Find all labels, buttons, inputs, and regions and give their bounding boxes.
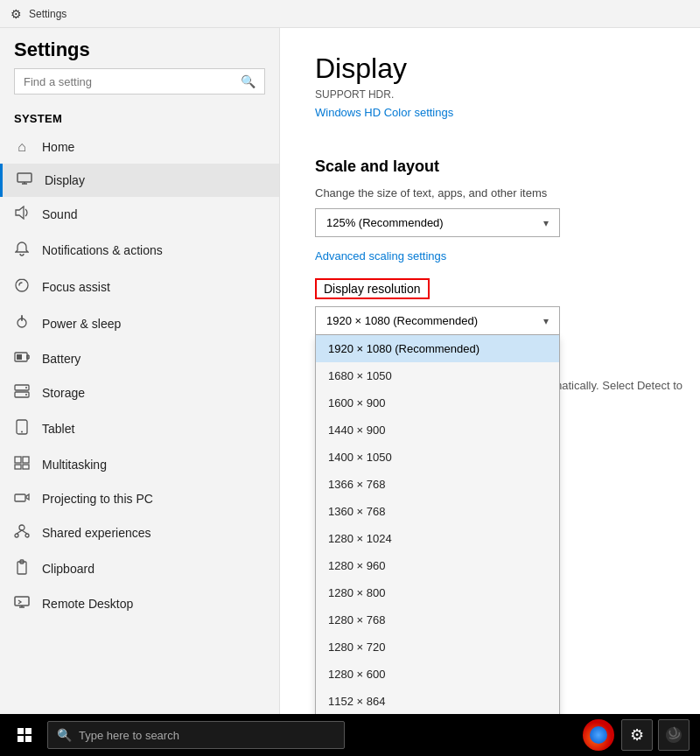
firefox-icon	[583, 719, 614, 751]
shared-icon	[14, 524, 30, 542]
sidebar-item-clipboard[interactable]: Clipboard	[0, 550, 279, 587]
start-button[interactable]	[4, 714, 46, 756]
svg-rect-21	[15, 494, 25, 501]
svg-rect-0	[18, 173, 32, 182]
sidebar-item-label-storage: Storage	[42, 386, 85, 400]
taskbar-firefox[interactable]	[581, 718, 616, 752]
sidebar: Settings 🔍 System ⌂ Home Display Sound	[0, 28, 280, 714]
sidebar-item-home[interactable]: ⌂ Home	[0, 130, 279, 164]
multitasking-icon	[14, 456, 30, 473]
sidebar-item-label-home: Home	[42, 140, 74, 154]
sidebar-item-label-tablet: Tablet	[42, 422, 74, 436]
notifications-icon	[14, 241, 30, 260]
resolution-option-10[interactable]: 1280 × 768	[316, 606, 559, 634]
sidebar-search-input[interactable]	[24, 75, 241, 88]
resolution-option-8[interactable]: 1280 × 960	[316, 552, 559, 579]
sidebar-item-label-projecting: Projecting to this PC	[42, 492, 153, 506]
right-overlay-text: matically. Select Detect to	[552, 378, 682, 394]
scale-desc: Change the size of text, apps, and other…	[315, 186, 665, 200]
resolution-option-9[interactable]: 1280 × 800	[316, 579, 559, 606]
taskbar-edge-icon[interactable]	[658, 719, 690, 751]
settings-window-icon: ⚙	[10, 7, 22, 21]
advanced-scaling-link[interactable]: Advanced scaling settings	[315, 249, 446, 262]
titlebar-title: Settings	[29, 8, 66, 20]
scale-dropdown[interactable]: 125% (Recommended) ▾	[315, 208, 560, 237]
sidebar-item-projecting[interactable]: Projecting to this PC	[0, 482, 279, 515]
resolution-option-5[interactable]: 1366 × 768	[316, 471, 559, 498]
resolution-label: Display resolution	[315, 278, 430, 299]
sidebar-item-multitasking[interactable]: Multitasking	[0, 447, 279, 482]
sidebar-item-label-focus: Focus assist	[42, 280, 110, 294]
sidebar-item-label-power: Power & sleep	[42, 317, 121, 331]
taskbar: 🔍 Type here to search ⚙	[0, 714, 700, 756]
titlebar: ⚙ Settings	[0, 0, 700, 28]
sidebar-item-label-battery: Battery	[42, 352, 80, 366]
resolution-option-2[interactable]: 1600 × 900	[316, 389, 559, 416]
resolution-dropdown-header[interactable]: 1920 × 1080 (Recommended) ▾	[315, 306, 560, 335]
resolution-dropdown-list: 1920 × 1080 (Recommended)1680 × 10501600…	[315, 335, 560, 714]
tablet-icon	[14, 419, 30, 438]
svg-point-13	[25, 387, 27, 388]
scale-value: 125% (Recommended)	[326, 216, 444, 229]
sidebar-item-notifications[interactable]: Notifications & actions	[0, 232, 279, 269]
sidebar-item-shared[interactable]: Shared experiences	[0, 515, 279, 550]
svg-rect-29	[15, 597, 29, 606]
svg-rect-17	[15, 457, 21, 463]
battery-icon	[14, 351, 30, 367]
svg-rect-35	[25, 736, 32, 742]
svg-rect-6	[17, 354, 22, 360]
sidebar-section-label: System	[0, 105, 279, 130]
svg-rect-18	[23, 457, 29, 463]
resolution-dropdown-arrow: ▾	[543, 315, 549, 327]
taskbar-search-box[interactable]: 🔍 Type here to search	[47, 721, 345, 749]
sidebar-search-box[interactable]: 🔍	[14, 68, 265, 94]
svg-rect-33	[25, 728, 32, 734]
remote-icon	[14, 596, 30, 612]
resolution-option-3[interactable]: 1440 × 900	[316, 416, 559, 444]
hdr-link[interactable]: Windows HD Color settings	[315, 106, 453, 119]
svg-line-25	[17, 530, 22, 534]
svg-point-23	[15, 534, 18, 537]
svg-rect-32	[18, 728, 24, 734]
resolution-option-0[interactable]: 1920 × 1080 (Recommended)	[316, 335, 559, 362]
sidebar-item-tablet[interactable]: Tablet	[0, 410, 279, 447]
sidebar-item-battery[interactable]: Battery	[0, 342, 279, 375]
svg-point-14	[25, 394, 27, 396]
storage-icon	[14, 384, 30, 402]
focus-icon	[14, 277, 30, 297]
scale-section-title: Scale and layout	[315, 158, 665, 176]
resolution-option-4[interactable]: 1400 × 1050	[316, 444, 559, 471]
sound-icon	[14, 206, 30, 223]
resolution-option-13[interactable]: 1152 × 864	[316, 688, 559, 714]
resolution-dropdown-wrapper[interactable]: 1920 × 1080 (Recommended) ▾ 1920 × 1080 …	[315, 306, 560, 335]
resolution-option-12[interactable]: 1280 × 600	[316, 661, 559, 688]
sidebar-item-focus[interactable]: Focus assist	[0, 269, 279, 305]
sidebar-item-display[interactable]: Display	[0, 164, 279, 197]
resolution-option-11[interactable]: 1280 × 720	[316, 634, 559, 661]
sidebar-item-storage[interactable]: Storage	[0, 375, 279, 410]
sidebar-item-label-display: Display	[45, 173, 85, 187]
projecting-icon	[14, 491, 30, 507]
sidebar-item-power[interactable]: Power & sleep	[0, 305, 279, 342]
sidebar-item-label-notifications: Notifications & actions	[42, 243, 163, 257]
sidebar-item-remote[interactable]: Remote Desktop	[0, 587, 279, 620]
sidebar-item-label-multitasking: Multitasking	[42, 458, 107, 472]
sidebar-item-sound[interactable]: Sound	[0, 197, 279, 232]
svg-line-26	[22, 530, 27, 534]
search-icon: 🔍	[241, 74, 256, 88]
resolution-option-1[interactable]: 1680 × 1050	[316, 362, 559, 389]
resolution-option-6[interactable]: 1360 × 768	[316, 498, 559, 525]
scale-dropdown-arrow: ▾	[543, 217, 549, 229]
clipboard-icon	[14, 559, 30, 578]
svg-rect-34	[18, 736, 24, 742]
sidebar-item-label-clipboard: Clipboard	[42, 562, 94, 576]
resolution-option-7[interactable]: 1280 × 1024	[316, 525, 559, 552]
display-icon	[17, 172, 32, 188]
sidebar-item-label-remote: Remote Desktop	[42, 597, 133, 611]
svg-rect-19	[15, 465, 21, 469]
svg-point-22	[19, 525, 24, 530]
svg-rect-20	[23, 465, 29, 469]
taskbar-gear-button[interactable]: ⚙	[621, 719, 653, 751]
svg-point-24	[25, 534, 29, 537]
home-icon: ⌂	[14, 139, 30, 155]
